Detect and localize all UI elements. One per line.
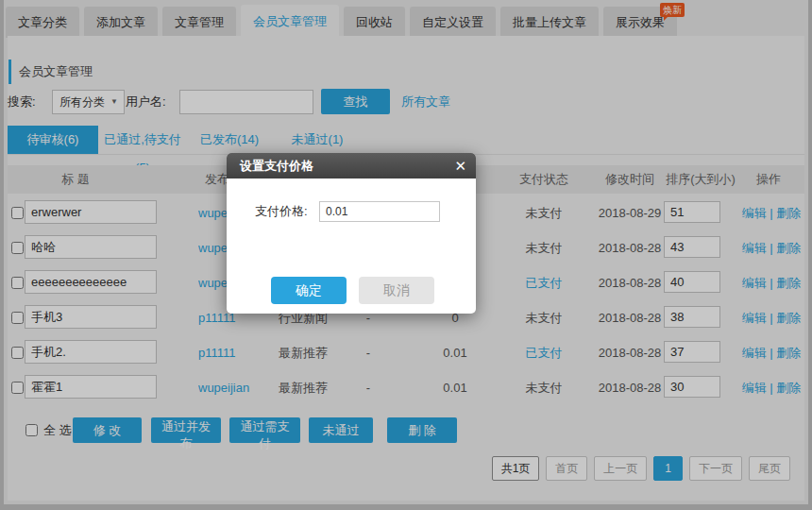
price-label: 支付价格: xyxy=(255,200,308,223)
set-pay-price-modal: 设置支付价格 ✕ 支付价格: 确定 取消 xyxy=(227,153,476,314)
price-input[interactable] xyxy=(319,201,440,222)
close-icon[interactable]: ✕ xyxy=(454,153,466,178)
modal-title: 设置支付价格 xyxy=(240,159,313,173)
cancel-button[interactable]: 取消 xyxy=(359,277,434,304)
app-window: 文章分类 添加文章 文章管理 会员文章管理 回收站 自定义设置 批量上传文章 展… xyxy=(0,0,812,510)
modal-header: 设置支付价格 ✕ xyxy=(227,153,476,178)
confirm-button[interactable]: 确定 xyxy=(271,277,347,304)
